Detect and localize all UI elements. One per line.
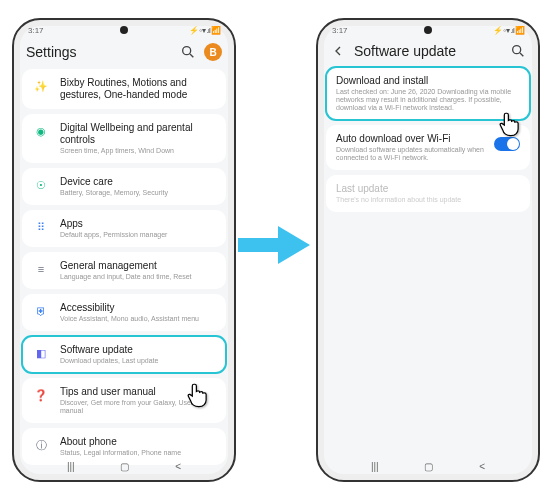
settings-item-apps[interactable]: ⠿AppsDefault apps, Permission manager	[22, 210, 226, 247]
item-subtitle: Discover, Get more from your Galaxy, Use…	[60, 399, 216, 415]
page-title: Software update	[354, 43, 502, 59]
update-options-list: Download and installLast checked on: Jun…	[318, 67, 538, 220]
item-subtitle: Battery, Storage, Memory, Security	[60, 189, 216, 197]
item-subtitle: Download software updates automatically …	[336, 146, 484, 162]
home-button[interactable]: ▢	[424, 461, 433, 472]
item-title: Bixby Routines, Motions and gestures, On…	[60, 77, 216, 101]
category-icon: ☉	[32, 176, 50, 194]
item-subtitle: Last checked on: June 26, 2020 Downloadi…	[336, 88, 520, 112]
status-bar: 3:17 ⚡ ◦ ▾ .ıl 📶	[14, 20, 234, 37]
item-title: Digital Wellbeing and parental controls	[60, 122, 216, 146]
recents-button[interactable]: |||	[67, 461, 75, 472]
svg-point-1	[513, 46, 521, 54]
software-update-header: Software update	[318, 37, 538, 67]
phone-software-update: 3:17 ⚡ ◦ ▾ .ıl 📶 Software update Downloa…	[316, 18, 540, 482]
item-subtitle: Download updates, Last update	[60, 357, 216, 365]
settings-item-tips-and-user-manual[interactable]: ❓Tips and user manualDiscover, Get more …	[22, 378, 226, 423]
category-icon: ⠿	[32, 218, 50, 236]
settings-list: ✨Bixby Routines, Motions and gestures, O…	[14, 69, 234, 473]
search-icon[interactable]	[510, 43, 526, 59]
navigation-bar: ||| ▢ <	[318, 457, 538, 476]
category-icon: ≡	[32, 260, 50, 278]
category-icon: ◧	[32, 344, 50, 362]
page-title: Settings	[26, 44, 172, 60]
category-icon: ❓	[32, 386, 50, 404]
back-icon[interactable]	[330, 43, 346, 59]
settings-item-device-care[interactable]: ☉Device careBattery, Storage, Memory, Se…	[22, 168, 226, 205]
item-title: Last update	[336, 183, 520, 195]
settings-item-software-update[interactable]: ◧Software updateDownload updates, Last u…	[22, 336, 226, 373]
svg-point-0	[183, 47, 191, 55]
item-subtitle: There's no information about this update	[336, 196, 520, 204]
item-title: Accessibility	[60, 302, 216, 314]
item-subtitle: Screen time, App timers, Wind Down	[60, 147, 216, 155]
account-avatar[interactable]: B	[204, 43, 222, 61]
category-icon: ⛨	[32, 302, 50, 320]
item-title: General management	[60, 260, 216, 272]
status-time: 3:17	[28, 26, 44, 35]
navigation-bar: ||| ▢ <	[14, 457, 234, 476]
item-title: Tips and user manual	[60, 386, 216, 398]
settings-item-bixby-routines-motions-a[interactable]: ✨Bixby Routines, Motions and gestures, O…	[22, 69, 226, 109]
status-bar: 3:17 ⚡ ◦ ▾ .ıl 📶	[318, 20, 538, 37]
category-icon: ⓘ	[32, 436, 50, 454]
settings-item-digital-wellbeing-and-pa[interactable]: ◉Digital Wellbeing and parental controls…	[22, 114, 226, 163]
settings-item-accessibility[interactable]: ⛨AccessibilityVoice Assistant, Mono audi…	[22, 294, 226, 331]
status-time: 3:17	[332, 26, 348, 35]
item-subtitle: Default apps, Permission manager	[60, 231, 216, 239]
item-title: Apps	[60, 218, 216, 230]
home-button[interactable]: ▢	[120, 461, 129, 472]
settings-item-general-management[interactable]: ≡General managementLanguage and input, D…	[22, 252, 226, 289]
item-title: Auto download over Wi-Fi	[336, 133, 484, 145]
item-subtitle: Language and input, Date and time, Reset	[60, 273, 216, 281]
item-title: About phone	[60, 436, 216, 448]
back-button[interactable]: <	[175, 461, 181, 472]
status-icons: ⚡ ◦ ▾ .ıl 📶	[189, 26, 220, 35]
category-icon: ✨	[32, 77, 50, 95]
back-button[interactable]: <	[479, 461, 485, 472]
flow-arrow-icon	[238, 220, 310, 270]
wifi-auto-toggle[interactable]	[494, 137, 520, 151]
search-icon[interactable]	[180, 44, 196, 60]
item-subtitle: Voice Assistant, Mono audio, Assistant m…	[60, 315, 216, 323]
update-item-auto-download-over-wi-fi[interactable]: Auto download over Wi-FiDownload softwar…	[326, 125, 530, 170]
recents-button[interactable]: |||	[371, 461, 379, 472]
item-title: Software update	[60, 344, 216, 356]
item-title: Device care	[60, 176, 216, 188]
item-title: Download and install	[336, 75, 520, 87]
settings-header: Settings B	[14, 37, 234, 69]
status-icons: ⚡ ◦ ▾ .ıl 📶	[493, 26, 524, 35]
category-icon: ◉	[32, 122, 50, 140]
update-item-last-update: Last updateThere's no information about …	[326, 175, 530, 212]
update-item-download-and-install[interactable]: Download and installLast checked on: Jun…	[326, 67, 530, 120]
phone-settings: 3:17 ⚡ ◦ ▾ .ıl 📶 Settings B ✨Bixby Routi…	[12, 18, 236, 482]
